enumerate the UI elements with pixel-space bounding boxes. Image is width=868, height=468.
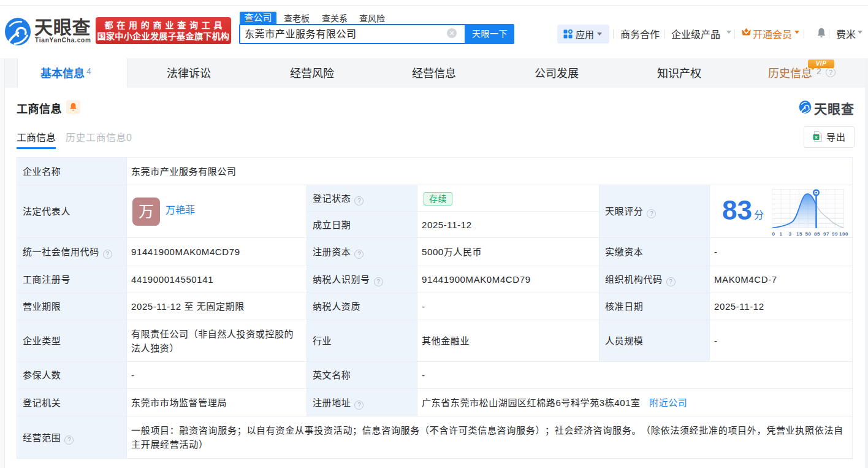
svg-text:50: 50 [805, 231, 811, 237]
svg-text:85: 85 [814, 231, 820, 237]
svg-text:0: 0 [772, 231, 775, 237]
svg-text:97: 97 [823, 231, 829, 237]
svg-text:1: 1 [779, 231, 782, 237]
svg-text:100: 100 [839, 231, 848, 237]
svg-text:x: x [815, 134, 818, 140]
svg-text:3: 3 [788, 231, 791, 237]
svg-text:15: 15 [796, 231, 802, 237]
svg-text:99: 99 [832, 231, 838, 237]
